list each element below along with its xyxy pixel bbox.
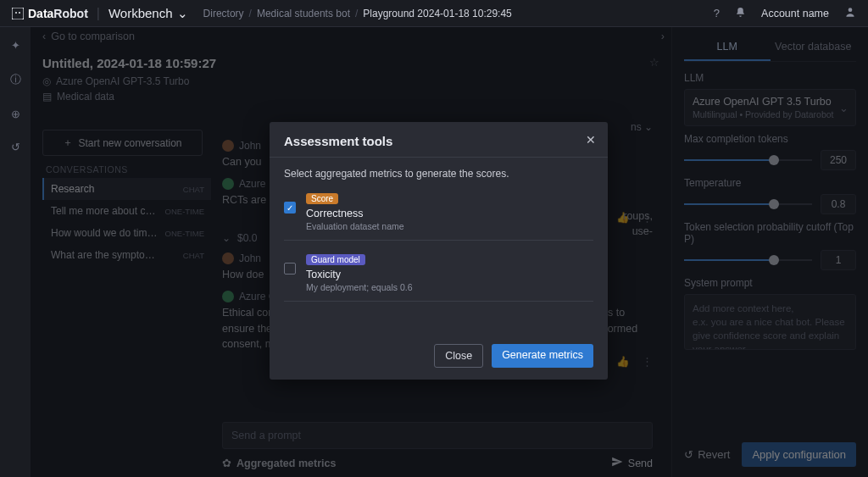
user-icon[interactable] (844, 6, 856, 20)
metric-name: Correctness (306, 208, 363, 219)
brand-logo[interactable]: DataRobot (12, 7, 88, 20)
history-icon[interactable]: ↺ (11, 141, 20, 153)
metric-row: Guard model Toxicity My deployment; equa… (284, 241, 593, 302)
breadcrumb: Directory / Medical students bot / Playg… (203, 8, 512, 19)
breadcrumb-item[interactable]: Playground 2024-01-18 10:29:45 (363, 8, 511, 19)
assessment-tools-modal: Assessment tools ✕ Select aggregated met… (270, 122, 608, 380)
modal-description: Select aggregated metrics to generate th… (284, 168, 593, 180)
modal-title: Assessment tools (284, 134, 593, 148)
brand-suffix: Robot (53, 7, 87, 20)
metric-checkbox[interactable] (284, 202, 296, 214)
metric-badge: Score (306, 193, 338, 204)
svg-point-1 (15, 12, 17, 14)
svg-rect-0 (12, 8, 24, 19)
close-label: Close (445, 350, 472, 362)
help-icon[interactable]: ? (714, 7, 720, 19)
account-name[interactable]: Account name (761, 8, 829, 19)
topbar: DataRobot | Workbench ⌄ Directory / Medi… (0, 0, 868, 27)
info-icon[interactable]: ⓘ (10, 72, 21, 87)
bell-icon[interactable] (735, 7, 746, 20)
breadcrumb-item[interactable]: Directory (203, 8, 244, 19)
generate-metrics-button[interactable]: Generate metrics (492, 344, 593, 368)
svg-point-3 (849, 8, 853, 12)
brand-prefix: Data (28, 7, 53, 20)
sparkle-icon[interactable]: ✦ (11, 39, 20, 52)
chevron-down-icon: ⌄ (177, 6, 188, 21)
workbench-label: Workbench (108, 6, 173, 20)
close-button[interactable]: Close (434, 344, 483, 368)
metric-badge: Guard model (306, 254, 365, 265)
workbench-switcher[interactable]: Workbench ⌄ (108, 6, 188, 21)
metric-checkbox[interactable] (284, 263, 296, 275)
left-rail: ✦ ⓘ ⊕ ↺ (0, 27, 31, 477)
metric-subtitle: Evaluation dataset name (306, 221, 404, 231)
metric-subtitle: My deployment; equals 0.6 (306, 282, 413, 292)
metric-row: Score Correctness Evaluation dataset nam… (284, 180, 593, 241)
breadcrumb-item[interactable]: Medical students bot (257, 8, 350, 19)
close-icon[interactable]: ✕ (586, 133, 596, 147)
metric-name: Toxicity (306, 269, 341, 280)
plus-circle-icon[interactable]: ⊕ (11, 108, 20, 120)
svg-point-2 (19, 12, 20, 14)
generate-label: Generate metrics (502, 349, 583, 361)
